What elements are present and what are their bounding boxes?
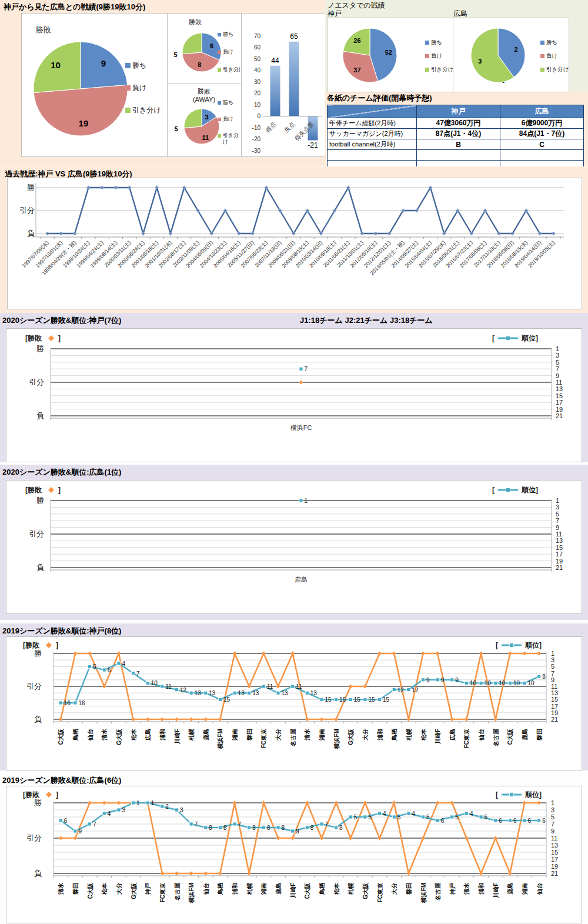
svg-text:鳥栖: 鳥栖 <box>319 883 325 895</box>
svg-text:大分: 大分 <box>362 728 369 741</box>
pie-slice <box>184 109 202 128</box>
marker-square <box>233 822 236 826</box>
marker-square <box>392 815 396 819</box>
svg-text:10: 10 <box>470 680 477 686</box>
svg-text:5: 5 <box>426 814 430 820</box>
svg-text:順位]: 順位] <box>524 790 542 799</box>
svg-text:4: 4 <box>108 810 111 817</box>
svg-text:15: 15 <box>368 696 375 703</box>
svg-text:8: 8 <box>267 825 270 831</box>
svg-text:引分: 引分 <box>29 378 44 386</box>
marker-square <box>218 826 222 829</box>
svg-text:8: 8 <box>282 825 285 831</box>
marker-square <box>262 685 265 688</box>
svg-text:7: 7 <box>305 366 308 372</box>
svg-text:11: 11 <box>165 683 172 690</box>
svg-text:6: 6 <box>542 818 546 824</box>
marker-diamond <box>450 718 454 722</box>
svg-text:5: 5 <box>551 663 554 670</box>
svg-text:13: 13 <box>195 690 202 696</box>
svg-text:川崎F: 川崎F <box>435 729 441 745</box>
history-line-chart: 勝引分負1997/07/09(水)1997/10/01(水)1998/04/29… <box>7 178 582 309</box>
svg-text:3: 3 <box>180 807 183 813</box>
svg-text:[: [ <box>496 790 498 799</box>
marker-square <box>422 815 425 819</box>
season2020-hiroshima-title: 2020シーズン勝敗&順位:広島(1位) <box>2 467 121 478</box>
svg-text:横浜FC: 横浜FC <box>290 424 312 431</box>
svg-text:10: 10 <box>151 680 158 686</box>
svg-text:11: 11 <box>296 683 302 690</box>
svg-text:横浜FM: 横浜FM <box>333 729 340 749</box>
svg-text:1: 1 <box>551 799 554 806</box>
home-record-pie-chart: 勝敗685勝ち負け引き分け <box>167 13 242 85</box>
table-corner-cell <box>328 105 417 118</box>
svg-text:6: 6 <box>64 818 68 824</box>
marker-square <box>422 678 425 682</box>
svg-text:負け: 負け <box>132 84 146 92</box>
svg-text:11: 11 <box>556 379 562 386</box>
marker-diamond <box>100 186 104 190</box>
evaluation-table-block: 各紙のチーム評価(開幕時予想) 神戸広島年俸チーム総額(2月時)47億3060万… <box>327 93 583 171</box>
marker-diamond <box>250 232 255 236</box>
svg-text:[: [ <box>496 641 498 649</box>
svg-text:60: 60 <box>254 44 261 51</box>
marker-square <box>102 812 106 815</box>
svg-text:け: け <box>223 139 228 145</box>
marker-square <box>117 808 121 812</box>
table-header-cell: 神戸 <box>417 105 500 118</box>
value-cell: 6億9000万円 <box>500 118 584 129</box>
svg-text:1: 1 <box>551 650 554 657</box>
svg-text:11: 11 <box>551 835 557 842</box>
marker-square <box>146 681 149 685</box>
svg-text:13: 13 <box>556 385 563 392</box>
svg-text:5: 5 <box>455 814 459 820</box>
svg-text:7: 7 <box>325 821 328 828</box>
svg-text:鳥栖: 鳥栖 <box>217 883 223 895</box>
marker-square <box>299 367 303 371</box>
svg-text:FC東京: FC東京 <box>260 728 267 748</box>
svg-text:9: 9 <box>556 524 559 531</box>
svg-text:4: 4 <box>412 810 415 817</box>
marker-square <box>189 822 193 826</box>
svg-text:鹿島: 鹿島 <box>275 883 282 895</box>
league-teams-note: J1:18チーム J2:21チーム J3:18チーム <box>300 315 433 326</box>
marker-square <box>506 488 510 492</box>
svg-text:7: 7 <box>556 365 559 372</box>
svg-text:勝: 勝 <box>34 649 42 658</box>
marker-diamond <box>299 381 303 385</box>
svg-text:松本: 松本 <box>333 883 340 895</box>
svg-text:]: ] <box>58 334 61 342</box>
marker-square <box>465 681 468 685</box>
svg-text:3: 3 <box>551 656 554 663</box>
svg-text:鹿島: 鹿島 <box>295 576 308 583</box>
svg-text:15: 15 <box>383 696 390 703</box>
marker-diamond <box>189 872 193 876</box>
legend-swatch <box>540 68 544 72</box>
marker-square <box>392 688 396 692</box>
svg-text:札幌: 札幌 <box>348 882 354 895</box>
marker-diamond <box>46 792 52 798</box>
svg-text:15: 15 <box>354 696 361 703</box>
table-row <box>328 150 584 161</box>
svg-text:17: 17 <box>556 399 563 406</box>
marker-diamond <box>305 718 309 722</box>
svg-text:5: 5 <box>354 814 358 820</box>
svg-text:清水: 清水 <box>58 882 64 895</box>
marker-diamond <box>46 642 52 648</box>
marker-square <box>276 691 280 695</box>
marker-diamond <box>160 872 164 876</box>
svg-text:名古屋: 名古屋 <box>174 882 181 901</box>
marker-diamond <box>59 232 64 236</box>
marker-square <box>510 793 514 797</box>
svg-text:16: 16 <box>78 700 85 706</box>
marker-diamond <box>131 718 135 722</box>
svg-text:負け: 負け <box>546 52 557 59</box>
svg-text:鹿島: 鹿島 <box>203 729 209 741</box>
section-2020-kobe: 2020シーズン勝敗&順位:神戸(7位) J1:18チーム J2:21チーム J… <box>0 313 588 462</box>
marker-diamond <box>117 801 121 805</box>
section-2020-hiroshima: 2020シーズン勝敗&順位:広島(1位) 13579111315171921勝引… <box>0 465 588 620</box>
svg-text:湘南: 湘南 <box>232 729 238 741</box>
marker-diamond <box>552 232 556 236</box>
svg-text:5: 5 <box>93 663 96 670</box>
value-cell: 87点(J1・4位) <box>417 129 500 139</box>
